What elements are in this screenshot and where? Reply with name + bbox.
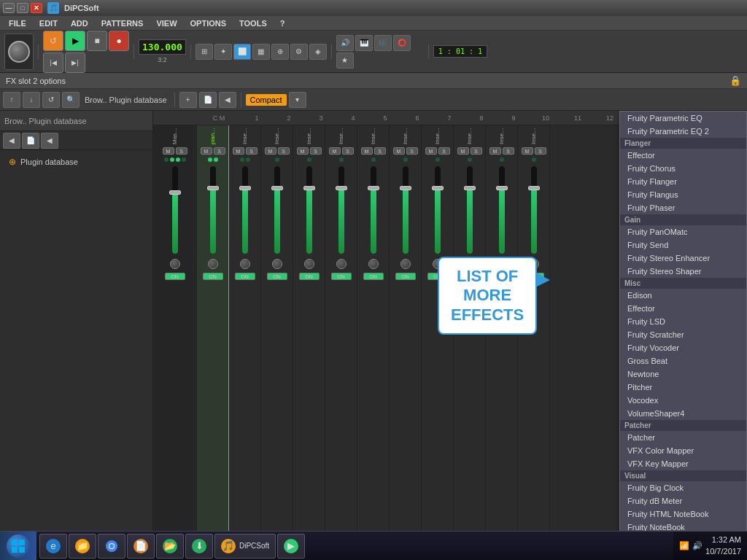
tb-extra-4[interactable]: ⭕ bbox=[393, 35, 411, 51]
fruity-lsd[interactable]: Fruity LSD bbox=[620, 315, 746, 328]
edison[interactable]: Edison bbox=[620, 289, 746, 302]
insert10-fader[interactable] bbox=[499, 166, 505, 254]
menu-edit[interactable]: EDIT bbox=[34, 18, 63, 29]
sec-btn-file[interactable]: 📄 bbox=[199, 92, 217, 108]
tb-extra-5[interactable]: ★ bbox=[336, 52, 354, 69]
insert9-mute[interactable]: M bbox=[457, 147, 469, 155]
maximize-button[interactable]: □ bbox=[17, 3, 28, 13]
insert2-pan[interactable] bbox=[240, 259, 250, 269]
taskbar-chrome[interactable] bbox=[98, 534, 125, 559]
gross-beat[interactable]: Gross Beat bbox=[620, 354, 746, 368]
fruity-flanger[interactable]: Fruity Flanger bbox=[620, 175, 746, 188]
piano1-fader[interactable] bbox=[210, 166, 216, 254]
insert4-fader[interactable] bbox=[306, 166, 312, 254]
menu-view[interactable]: VIEW bbox=[150, 18, 182, 29]
taskbar-pdf[interactable]: 📄 bbox=[127, 534, 155, 559]
volumeshaper4[interactable]: VolumeShaper4 bbox=[620, 407, 746, 420]
insert7-fader[interactable] bbox=[403, 166, 409, 254]
newtone[interactable]: Newtone bbox=[620, 368, 746, 381]
stop-button[interactable]: ■ bbox=[87, 31, 107, 51]
insert6-solo[interactable]: S bbox=[374, 147, 386, 155]
taskbar-explorer[interactable]: 📁 bbox=[69, 534, 96, 559]
insert7-pan[interactable] bbox=[400, 259, 411, 269]
fruity-stereo-enhancer[interactable]: Fruity Stereo Enhancer bbox=[620, 252, 746, 265]
toolbar-btn-3[interactable]: ⬜ bbox=[233, 44, 251, 60]
master-solo[interactable]: S bbox=[176, 147, 187, 155]
fruity-panomatic[interactable]: Fruity PanOMatc bbox=[620, 225, 746, 238]
toolbar-btn-7[interactable]: ◈ bbox=[309, 44, 327, 60]
effector-flanger[interactable]: Effector bbox=[620, 149, 746, 162]
piano1-on[interactable]: ON bbox=[203, 273, 223, 280]
vfx-key-mapper[interactable]: VFX Key Mapper bbox=[620, 457, 746, 470]
sidebar-tb-2[interactable]: 📄 bbox=[22, 133, 39, 149]
sec-btn-down[interactable]: ▾ bbox=[289, 92, 306, 108]
insert10-solo[interactable]: S bbox=[503, 147, 514, 155]
toolbar-btn-6[interactable]: ⚙ bbox=[290, 44, 308, 60]
insert4-solo[interactable]: S bbox=[310, 147, 322, 155]
play-button[interactable]: ▶ bbox=[65, 31, 85, 51]
menu-file[interactable]: FILE bbox=[3, 18, 32, 29]
fruity-parametric-eq[interactable]: Fruity Parametric EQ bbox=[620, 112, 746, 125]
insert7-solo[interactable]: S bbox=[406, 147, 418, 155]
insert11-fader[interactable] bbox=[531, 166, 537, 254]
insert6-fader[interactable] bbox=[371, 166, 376, 254]
insert2-fader[interactable] bbox=[242, 166, 248, 254]
master-mute[interactable]: M bbox=[163, 147, 174, 155]
minimize-button[interactable]: — bbox=[3, 3, 15, 13]
toolbar-btn-2[interactable]: ✦ bbox=[214, 44, 232, 60]
vfx-color-mapper[interactable]: VFX Color Mapper bbox=[620, 444, 746, 457]
master-pan[interactable] bbox=[170, 259, 180, 269]
sidebar-plugin-db[interactable]: ⊕ Plugin database bbox=[4, 155, 148, 169]
next-button[interactable]: ▶| bbox=[65, 52, 85, 73]
vocodex[interactable]: Vocodex bbox=[620, 394, 746, 407]
insert7-mute[interactable]: M bbox=[393, 147, 405, 155]
sidebar-tb-3[interactable]: ◀ bbox=[41, 133, 58, 149]
taskbar-torrent[interactable]: ⬇ bbox=[185, 534, 213, 559]
menu-patterns[interactable]: PATTERNS bbox=[96, 18, 150, 29]
patcher[interactable]: Patcher bbox=[620, 431, 746, 444]
lock-icon[interactable]: 🔒 bbox=[729, 75, 741, 86]
fruity-phaser[interactable]: Fruity Phaser bbox=[620, 201, 746, 214]
fruity-send[interactable]: Fruity Send bbox=[620, 238, 746, 252]
sidebar-tb-1[interactable]: ◀ bbox=[3, 133, 20, 149]
insert2-on[interactable]: ON bbox=[235, 273, 255, 280]
tb-extra-1[interactable]: 🔊 bbox=[336, 35, 354, 51]
fruity-db-meter[interactable]: Fruity dB Meter bbox=[620, 494, 746, 508]
toolbar-btn-4[interactable]: ▦ bbox=[252, 44, 270, 60]
bpm-display[interactable]: 130.000 bbox=[142, 42, 182, 52]
fruity-chorus[interactable]: Fruity Chorus bbox=[620, 162, 746, 175]
start-button[interactable] bbox=[0, 532, 36, 561]
prev-button[interactable]: |◀ bbox=[43, 52, 63, 73]
fruity-scratcher[interactable]: Fruity Scratcher bbox=[620, 328, 746, 341]
insert8-solo[interactable]: S bbox=[438, 147, 450, 155]
insert8-fader[interactable] bbox=[435, 166, 441, 254]
master-on[interactable]: ON bbox=[165, 273, 185, 280]
insert11-solo[interactable]: S bbox=[535, 147, 546, 155]
fruity-big-clock[interactable]: Fruity Big Clock bbox=[620, 481, 746, 494]
piano1-pan[interactable] bbox=[208, 259, 218, 269]
sec-btn-arrow[interactable]: ◀ bbox=[219, 92, 236, 108]
insert6-mute[interactable]: M bbox=[361, 147, 373, 155]
menu-tools[interactable]: TOOLS bbox=[233, 18, 273, 29]
master-fader[interactable] bbox=[172, 166, 178, 254]
tb-extra-3[interactable]: 🎼 bbox=[374, 35, 392, 51]
insert7-on[interactable]: ON bbox=[395, 273, 416, 280]
insert2-solo[interactable]: S bbox=[246, 147, 258, 155]
sec-btn-4[interactable]: 🔍 bbox=[62, 92, 80, 108]
insert3-mute[interactable]: M bbox=[265, 147, 276, 155]
menu-add[interactable]: ADD bbox=[65, 18, 94, 29]
insert4-on[interactable]: ON bbox=[299, 273, 320, 280]
fruity-parametric-eq-2[interactable]: Fruity Parametric EQ 2 bbox=[620, 125, 746, 138]
insert5-mute[interactable]: M bbox=[329, 147, 341, 155]
insert3-fader[interactable] bbox=[274, 166, 280, 254]
piano1-solo[interactable]: S bbox=[214, 147, 225, 155]
taskbar-ie[interactable]: e bbox=[39, 534, 67, 559]
taskbar-folder2[interactable]: 📂 bbox=[156, 534, 184, 559]
loop-button[interactable]: ↺ bbox=[43, 31, 63, 51]
pitcher[interactable]: Pitcher bbox=[620, 381, 746, 394]
record-button[interactable]: ● bbox=[109, 31, 129, 51]
fruity-flangus[interactable]: Fruity Flangus bbox=[620, 188, 746, 201]
effector-misc[interactable]: Effector bbox=[620, 302, 746, 315]
insert4-mute[interactable]: M bbox=[297, 147, 309, 155]
menu-options[interactable]: OPTIONS bbox=[185, 18, 233, 29]
